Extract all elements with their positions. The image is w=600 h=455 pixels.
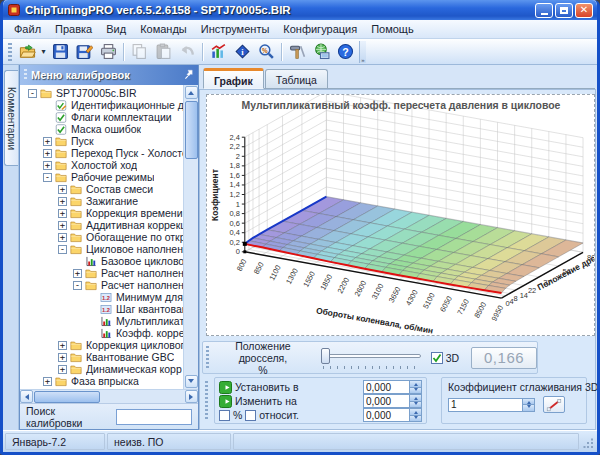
- spin-up[interactable]: [409, 408, 422, 416]
- menu-item-Правка[interactable]: Правка: [48, 21, 99, 37]
- expand-icon[interactable]: +: [58, 365, 67, 374]
- expand-icon[interactable]: +: [43, 377, 52, 386]
- calibration-search-input[interactable]: [116, 409, 192, 425]
- toolbar-gripper[interactable]: [8, 43, 12, 61]
- tree-item[interactable]: +Расчет наполнения п: [20, 267, 183, 279]
- scroll-thumb-horizontal[interactable]: [34, 391, 100, 403]
- apply-set-icon[interactable]: [219, 381, 232, 394]
- pin-icon[interactable]: [184, 69, 194, 82]
- slider-track[interactable]: [321, 354, 421, 358]
- toolbar-overflow-button[interactable]: »: [359, 41, 366, 63]
- copy-button[interactable]: [127, 41, 151, 63]
- web-update-button[interactable]: [309, 41, 333, 63]
- throttle-slider[interactable]: [321, 345, 421, 371]
- tree-item[interactable]: +Пуск: [20, 135, 183, 147]
- tree-item[interactable]: Идентификационные данные: [20, 99, 183, 111]
- view-chart-button[interactable]: [206, 41, 230, 63]
- spin-up[interactable]: [409, 394, 422, 402]
- save-as-button[interactable]: [72, 41, 96, 63]
- expand-icon[interactable]: +: [58, 209, 67, 218]
- tree-item[interactable]: 1.2Минимум для кв: [20, 291, 183, 303]
- tree-item[interactable]: -SPTJ70005c.BIR: [20, 87, 183, 99]
- 3d-checkbox[interactable]: [431, 352, 443, 364]
- tree-item[interactable]: +Холостой ход: [20, 159, 183, 171]
- expand-icon[interactable]: +: [43, 137, 52, 146]
- tree-item[interactable]: +Обогащение по открыти: [20, 231, 183, 243]
- percent-checkbox[interactable]: [219, 410, 230, 421]
- tree-vertical-scrollbar[interactable]: [183, 85, 198, 389]
- tree-item[interactable]: +Состав смеси: [20, 183, 183, 195]
- expand-icon[interactable]: +: [58, 353, 67, 362]
- collapse-icon[interactable]: -: [28, 89, 37, 98]
- tree-item[interactable]: 1.2Шаг квантовани: [20, 303, 183, 315]
- tree-item[interactable]: Базовое цикловое н: [20, 255, 183, 267]
- expand-icon[interactable]: +: [43, 161, 52, 170]
- menu-item-Вид[interactable]: Вид: [99, 21, 133, 37]
- scroll-down-button[interactable]: [185, 375, 198, 388]
- apply-change-icon[interactable]: [219, 395, 232, 408]
- tree-item[interactable]: +Аддитивная коррекция п: [20, 219, 183, 231]
- tree-item[interactable]: Маска ошибок: [20, 123, 183, 135]
- menu-item-Помощь[interactable]: Помощь: [364, 21, 421, 37]
- tree-item[interactable]: -Рабочие режимы: [20, 171, 183, 183]
- minimize-button[interactable]: [535, 3, 553, 18]
- save-button[interactable]: [48, 41, 72, 63]
- tree-item[interactable]: +Квантование GBC: [20, 351, 183, 363]
- spin-up[interactable]: [409, 380, 422, 388]
- relative-checkbox[interactable]: [245, 410, 256, 421]
- tree-item[interactable]: +Фаза впрыска: [20, 375, 183, 387]
- scroll-thumb[interactable]: [185, 101, 198, 159]
- change-value-input[interactable]: [363, 394, 409, 408]
- expand-icon[interactable]: +: [73, 269, 82, 278]
- menu-item-Инструменты[interactable]: Инструменты: [194, 21, 277, 37]
- menu-item-Файл[interactable]: Файл: [7, 21, 48, 37]
- menu-item-Конфигурация[interactable]: Конфигурация: [276, 21, 364, 37]
- print-button[interactable]: [96, 41, 120, 63]
- tree-item[interactable]: Коэфф. коррекц: [20, 327, 183, 339]
- collapse-icon[interactable]: -: [43, 173, 52, 182]
- expand-icon[interactable]: +: [58, 197, 67, 206]
- comments-tab[interactable]: Комментарии: [4, 70, 18, 166]
- info-button[interactable]: i: [230, 41, 254, 63]
- tree-item[interactable]: +Динамическая корр: [20, 363, 183, 375]
- collapse-icon[interactable]: -: [58, 245, 67, 254]
- tab-Таблица[interactable]: Таблица: [265, 69, 328, 88]
- resize-grip[interactable]: [581, 433, 595, 450]
- expand-icon[interactable]: +: [58, 233, 67, 242]
- expand-icon[interactable]: +: [58, 221, 67, 230]
- slider-thumb[interactable]: [321, 348, 330, 364]
- expand-icon[interactable]: +: [43, 149, 52, 158]
- tree-item[interactable]: +Коррекция времени впр: [20, 207, 183, 219]
- tab-График[interactable]: График: [203, 68, 264, 89]
- tree-horizontal-scrollbar[interactable]: [20, 389, 198, 403]
- undo-button[interactable]: [175, 41, 199, 63]
- scroll-up-button[interactable]: [185, 86, 198, 99]
- expand-icon[interactable]: +: [58, 341, 67, 350]
- maximize-button[interactable]: [555, 3, 573, 18]
- tree-item[interactable]: -Расчет наполнения п: [20, 279, 183, 291]
- set-value-input[interactable]: [363, 380, 409, 394]
- band-gripper[interactable]: [206, 346, 209, 369]
- tree-item[interactable]: Мультипликатив: [20, 315, 183, 327]
- close-button[interactable]: ✕: [575, 3, 593, 18]
- spin-down[interactable]: [409, 416, 422, 423]
- tree-item[interactable]: +Коррекция цикловог: [20, 339, 183, 351]
- menu-item-Команды[interactable]: Команды: [133, 21, 194, 37]
- spin-down[interactable]: [522, 405, 535, 412]
- open-dropdown-arrow[interactable]: ▾: [39, 41, 48, 63]
- tree-item[interactable]: Флаги комплектации: [20, 111, 183, 123]
- expand-icon[interactable]: +: [58, 185, 67, 194]
- scroll-right-button[interactable]: [185, 390, 198, 403]
- tree-item[interactable]: +Переход Пуск - Холостой ход: [20, 147, 183, 159]
- smoothing-input[interactable]: [448, 398, 522, 412]
- third-value-input[interactable]: [363, 408, 409, 422]
- scroll-left-button[interactable]: [20, 390, 33, 403]
- open-button[interactable]: [15, 41, 39, 63]
- tree-item[interactable]: +Зажигание: [20, 195, 183, 207]
- interpolation-button[interactable]: [543, 396, 565, 413]
- collapse-icon[interactable]: -: [73, 281, 82, 290]
- tools-button[interactable]: [285, 41, 309, 63]
- help-button[interactable]: ?: [333, 41, 357, 63]
- tree-item[interactable]: -Цикловое наполнение: [20, 243, 183, 255]
- zoom-search-button[interactable]: %: [254, 41, 278, 63]
